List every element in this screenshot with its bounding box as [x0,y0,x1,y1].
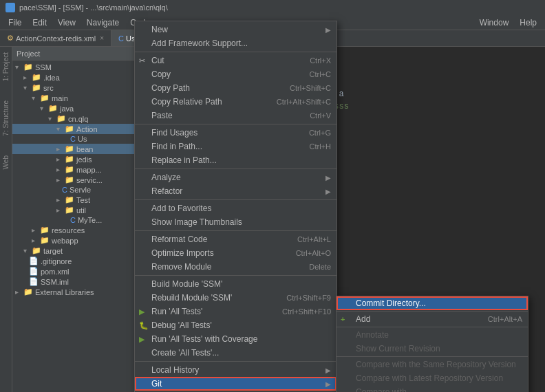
git-sep-3 [336,356,528,357]
submenu-arrow-history: ▶ [325,367,331,374]
ctx-paste[interactable]: Paste Ctrl+V [135,109,336,122]
git-compare-same: Compare with the Same Repository Version [336,358,528,371]
submenu-arrow-analyze: ▶ [325,174,331,182]
git-submenu: Commit Directory... + Add Ctrl+Alt+A Ann… [336,296,528,392]
ctx-replace-in-path[interactable]: Replace in Path... [135,153,336,167]
menu-section-vcs: Local History ▶ Git ▶ Synchronize 'SSM' [135,362,336,392]
git-sep-1 [336,311,528,312]
context-menu-overlay[interactable]: New ▶ Add Framework Support... ✂ Cut Ctr… [0,0,545,392]
ctx-build-module[interactable]: Build Module 'SSM' [135,277,336,291]
ctx-copy-path[interactable]: Copy Path Ctrl+Shift+C [135,81,336,95]
submenu-arrow-new: ▶ [325,26,331,34]
ctx-git[interactable]: Git ▶ [135,377,336,391]
cut-icon: ✂ [139,56,145,65]
git-compare-with: Compare with... [336,385,528,392]
menu-section-find: Find Usages Ctrl+G Find in Path... Ctrl+… [135,124,336,169]
git-sep-2 [336,327,528,327]
add-icon: + [341,315,345,323]
git-compare-latest: Compare with Latest Repository Version [336,371,528,385]
ctx-remove-module[interactable]: Remove Module Delete [135,260,336,274]
menu-section-build: Build Module 'SSM' Rebuild Module 'SSM' … [135,276,336,362]
context-menu: New ▶ Add Framework Support... ✂ Cut Ctr… [134,21,337,392]
ctx-refactor[interactable]: Refactor ▶ [135,184,336,198]
run-icon: ▶ [139,307,145,316]
menu-section-new: New ▶ Add Framework Support... [135,21,336,52]
git-show-current-revision: Show Current Revision [336,342,528,356]
ctx-local-history[interactable]: Local History ▶ [135,363,336,377]
ctx-run-tests[interactable]: ▶ Run 'All Tests' Ctrl+Shift+F10 [135,305,336,318]
ctx-debug-tests[interactable]: 🐛 Debug 'All Tests' [135,318,336,332]
git-annotate: Annotate [336,328,528,342]
ctx-cut[interactable]: ✂ Cut Ctrl+X [135,54,336,67]
git-commit-directory[interactable]: Commit Directory... [336,296,528,310]
ctx-run-coverage[interactable]: ▶ Run 'All Tests' with Coverage [135,332,336,346]
ctx-reformat[interactable]: Reformat Code Ctrl+Alt+L [135,232,336,246]
coverage-icon: ▶ [139,335,145,344]
ctx-add-favorites[interactable]: Add to Favorites [135,202,336,215]
menu-section-clipboard: ✂ Cut Ctrl+X Copy Ctrl+C Copy Path Ctrl+… [135,52,336,124]
git-add[interactable]: + Add Ctrl+Alt+A [336,312,528,326]
submenu-arrow-refactor: ▶ [325,188,331,195]
ctx-create-tests[interactable]: Create 'All Tests'... [135,346,336,360]
ctx-find-usages[interactable]: Find Usages Ctrl+G [135,126,336,140]
menu-section-analyze: Analyze ▶ Refactor ▶ [135,169,336,200]
menu-section-format: Reformat Code Ctrl+Alt+L Optimize Import… [135,231,336,276]
ctx-rebuild-module[interactable]: Rebuild Module 'SSM' Ctrl+Shift+F9 [135,291,336,305]
ctx-add-framework[interactable]: Add Framework Support... [135,36,336,50]
ctx-find-in-path[interactable]: Find in Path... Ctrl+H [135,140,336,153]
submenu-arrow-git: ▶ [325,380,331,388]
ctx-new[interactable]: New ▶ [135,23,336,36]
menu-section-favorites: Add to Favorites Show Image Thumbnails [135,200,336,231]
debug-icon: 🐛 [139,321,149,330]
ctx-copy[interactable]: Copy Ctrl+C [135,67,336,81]
ctx-optimize-imports[interactable]: Optimize Imports Ctrl+Alt+O [135,246,336,260]
ctx-analyze[interactable]: Analyze ▶ [135,171,336,184]
ctx-show-thumbnails[interactable]: Show Image Thumbnails [135,215,336,229]
ctx-copy-relative-path[interactable]: Copy Relative Path Ctrl+Alt+Shift+C [135,95,336,109]
